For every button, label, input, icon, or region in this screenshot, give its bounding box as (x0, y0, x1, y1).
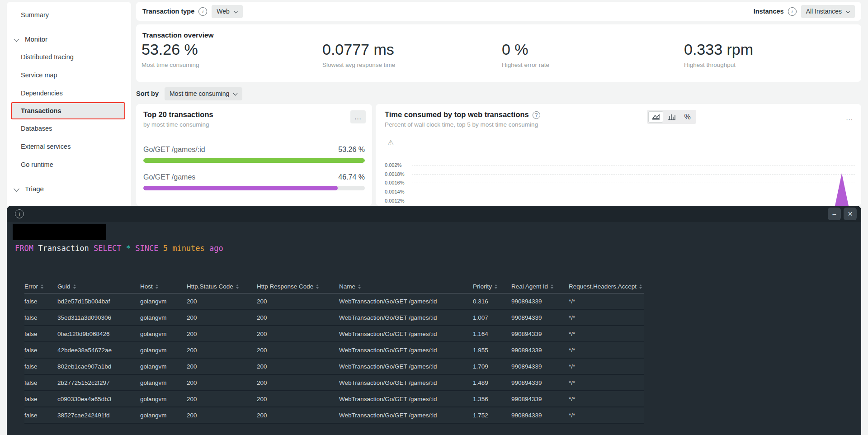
metric-value: 0 % (502, 41, 549, 58)
table-row[interactable]: false35ed311a3d090306golangvm200200WebTr… (24, 310, 644, 326)
help-icon[interactable]: ? (533, 111, 540, 119)
column-header-name[interactable]: Name (339, 283, 473, 290)
table-cell: WebTransaction/Go/GET /games/:id (339, 412, 473, 419)
sort-down-icon (495, 287, 497, 289)
chevron-down-icon (846, 9, 850, 14)
column-header-real-agent-id[interactable]: Real Agent Id (511, 283, 569, 290)
table-row[interactable]: false38527cae242491fdgolangvm200200WebTr… (24, 407, 644, 424)
close-button[interactable]: ✕ (844, 208, 857, 220)
sidebar-item-label: Distributed tracing (21, 53, 74, 61)
transaction-percent: 53.26 % (338, 146, 365, 154)
chart-type-toggle: % (647, 110, 696, 124)
chart-spike-series (835, 173, 849, 206)
sort-down-icon (316, 287, 319, 289)
transaction-name: Go/GET /games (143, 173, 195, 181)
sidebar-item-label: Databases (21, 125, 52, 132)
column-header-guid[interactable]: Guid (57, 283, 140, 290)
sort-by-value: Most time consuming (170, 90, 229, 97)
overview-metric-highest-throughput: 0.333 rpmHighest throughput (684, 41, 753, 68)
y-axis-tick: 0.0016% (385, 180, 404, 185)
transaction-row-go-get-games-id[interactable]: Go/GET /games/:id53.26 % (143, 146, 365, 163)
sidebar-item-summary[interactable]: Summary (7, 6, 131, 24)
sort-down-icon (41, 287, 43, 289)
table-cell: WebTransaction/Go/GET /games/:id (339, 347, 473, 354)
metric-caption: Slowest avg response time (322, 61, 395, 68)
time-chart-title: Time consumed by top web transactions? (385, 110, 852, 119)
instances-info-icon[interactable]: i (788, 7, 797, 16)
table-cell: 990894339 (511, 298, 569, 305)
table-cell: 802eb1cae907a1bd (57, 363, 140, 370)
column-header-label: Real Agent Id (511, 283, 548, 290)
table-cell: golangvm (140, 412, 187, 419)
column-header-http-response-code[interactable]: Http Response Code (257, 283, 339, 290)
column-header-request-headers-accept[interactable]: Request.Headers.Accept (569, 283, 644, 290)
percent-toggle-button[interactable]: % (680, 111, 695, 123)
table-cell: 2b27725152c2f297 (57, 379, 140, 386)
transaction-type-dropdown[interactable]: Web (212, 5, 243, 18)
transaction-type-value: Web (217, 8, 230, 15)
metric-value: 53.26 % (142, 41, 199, 58)
sidebar-item-go-runtime[interactable]: Go runtime (7, 156, 131, 174)
sidebar-item-label: Summary (21, 11, 49, 19)
sidebar-item-monitor[interactable]: Monitor (7, 30, 131, 48)
sort-up-icon (156, 284, 158, 286)
transaction-name: Go/GET /games/:id (143, 146, 205, 154)
transaction-overview-card: Transaction overview 53.26 %Most time co… (136, 24, 861, 82)
table-cell: WebTransaction/Go/GET /games/:id (339, 363, 473, 370)
table-cell: false (24, 396, 57, 402)
sidebar-item-label: Transactions (21, 107, 61, 114)
overview-metric-most-time-consuming: 53.26 %Most time consuming (142, 41, 199, 68)
transaction-type-info-icon[interactable]: i (198, 7, 207, 16)
area-chart-toggle-button[interactable] (648, 111, 663, 123)
results-table-header: ErrorGuidHostHttp.Status CodeHttp Respon… (24, 280, 644, 293)
redacted-block (13, 224, 106, 240)
table-row[interactable]: falsebd2e57d15b004bafgolangvm200200WebTr… (24, 293, 644, 310)
transaction-bar-track (143, 186, 365, 190)
minimize-button[interactable]: – (828, 208, 841, 220)
sort-caret-icon (358, 284, 361, 289)
column-header-error[interactable]: Error (24, 283, 57, 290)
table-row[interactable]: false42bdee38a54672aegolangvm200200WebTr… (24, 342, 644, 359)
sidebar-item-databases[interactable]: Databases (7, 119, 131, 137)
transaction-row-go-get-games[interactable]: Go/GET /games46.74 % (143, 173, 365, 190)
table-row[interactable]: falsec090330ea4a65db3golangvm200200WebTr… (24, 391, 644, 407)
table-row[interactable]: false2b27725152c2f297golangvm200200WebTr… (24, 375, 644, 391)
column-header-label: Request.Headers.Accept (569, 283, 637, 290)
table-cell: 200 (187, 347, 257, 354)
table-cell: 200 (187, 396, 257, 402)
sidebar-item-triage[interactable]: Triage (7, 180, 131, 198)
sidebar-item-label: Go runtime (21, 161, 53, 168)
metric-caption: Most time consuming (142, 61, 199, 68)
sidebar-item-dependencies[interactable]: Dependencies (7, 84, 131, 102)
table-cell: 200 (187, 412, 257, 419)
table-cell: WebTransaction/Go/GET /games/:id (339, 298, 473, 305)
sidebar-item-external-services[interactable]: External services (7, 137, 131, 156)
table-cell: WebTransaction/Go/GET /games/:id (339, 331, 473, 337)
sidebar-item-distributed-tracing[interactable]: Distributed tracing (7, 48, 131, 66)
info-icon[interactable]: i (15, 209, 24, 218)
sidebar-item-service-map[interactable]: Service map (7, 66, 131, 84)
table-row[interactable]: false0fac120d9b068426golangvm200200WebTr… (24, 326, 644, 342)
table-cell: 1.164 (473, 331, 511, 337)
table-cell: */* (569, 298, 644, 305)
time-chart-menu-button[interactable]: ... (846, 114, 853, 122)
column-header-priority[interactable]: Priority (473, 283, 511, 290)
sort-by-dropdown[interactable]: Most time consuming (165, 87, 242, 100)
table-cell: */* (569, 412, 644, 419)
table-cell: */* (569, 331, 644, 337)
column-header-host[interactable]: Host (140, 283, 187, 290)
top20-menu-button[interactable]: ... (350, 110, 366, 123)
column-header-http-status-code[interactable]: Http.Status Code (187, 283, 257, 290)
table-cell: golangvm (140, 314, 187, 321)
instances-dropdown[interactable]: All Instances (801, 5, 855, 18)
sidebar-item-transactions[interactable]: Transactions (11, 102, 125, 119)
table-cell: 200 (187, 363, 257, 370)
query-token: * (126, 244, 131, 253)
overview-metric-slowest-avg-response-time: 0.0777 msSlowest avg response time (322, 41, 395, 68)
table-cell: false (24, 331, 57, 337)
query-editor[interactable]: FROM Transaction SELECT * SINCE 5 minute… (15, 244, 223, 253)
table-row[interactable]: false802eb1cae907a1bdgolangvm200200WebTr… (24, 359, 644, 375)
sort-down-icon (551, 287, 553, 289)
bar-chart-toggle-button[interactable] (664, 111, 679, 123)
sort-up-icon (639, 284, 642, 286)
